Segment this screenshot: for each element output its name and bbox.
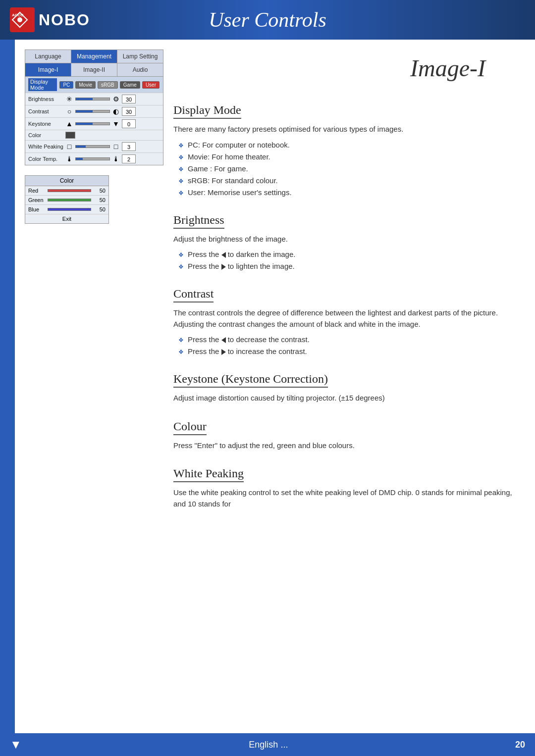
keystone-slider-area: ▲ ▼ 0 bbox=[65, 119, 160, 128]
tab-lamp-setting[interactable]: Lamp Setting bbox=[117, 50, 163, 63]
display-mode-bullets: ❖PC: For computer or notebook. ❖Movie: F… bbox=[178, 139, 515, 199]
bullet-decrease-contrast: ❖ Press the to decrease the contrast. bbox=[178, 334, 515, 346]
tab-language[interactable]: Language bbox=[25, 50, 71, 63]
exit-button[interactable]: Exit bbox=[25, 214, 108, 223]
white-peaking-slider-area: □ □ 3 bbox=[65, 142, 160, 151]
mode-game-button[interactable]: Game bbox=[120, 81, 140, 89]
mode-user-button[interactable]: User bbox=[142, 81, 160, 89]
diamond-icon: ❖ bbox=[178, 251, 184, 260]
contrast-bullets: ❖ Press the to decrease the contrast. ❖ … bbox=[178, 334, 515, 357]
diamond-icon: ❖ bbox=[178, 141, 184, 151]
color-green-row: Green 50 bbox=[25, 196, 108, 205]
keystone-slider-bar[interactable] bbox=[75, 122, 110, 125]
brightness-slider-area: ✳ ⚙ 30 bbox=[65, 95, 160, 103]
brightness-right-icon: ⚙ bbox=[112, 95, 120, 103]
brightness-bullets: ❖ Press the to darken the image. ❖ Press… bbox=[178, 249, 515, 272]
color-blue-slider[interactable] bbox=[48, 208, 91, 211]
colour-section: Colour Press "Enter" to adjust the red, … bbox=[173, 408, 515, 452]
keystone-intro: Adjust image distortion caused by tiltin… bbox=[173, 393, 515, 404]
diamond-icon: ❖ bbox=[178, 336, 184, 345]
contrast-left-icon: ○ bbox=[65, 107, 73, 115]
color-temp-left-icon: 🌡 bbox=[65, 155, 73, 163]
diamond-icon: ❖ bbox=[178, 165, 184, 174]
diamond-icon: ❖ bbox=[178, 262, 184, 272]
settings-panel: Display Mode PC Movie sRGB Game User Bri… bbox=[25, 77, 163, 165]
brand-name: NOBO bbox=[39, 11, 90, 29]
keystone-heading: Keystone (Keystone Correction) bbox=[173, 372, 328, 388]
arrow-right-icon bbox=[221, 264, 226, 270]
mode-pc-button[interactable]: PC bbox=[59, 81, 73, 89]
white-peaking-section: White Peaking Use the white peaking cont… bbox=[173, 455, 515, 509]
tab-audio[interactable]: Audio bbox=[117, 63, 163, 76]
bullet-darken: ❖ Press the to darken the image. bbox=[178, 249, 515, 260]
contrast-slider-bar[interactable] bbox=[75, 110, 110, 113]
white-peaking-right-icon: □ bbox=[112, 143, 120, 151]
bullet-game: ❖Game : For game. bbox=[178, 163, 515, 175]
display-mode-row: Display Mode PC Movie sRGB Game User bbox=[25, 77, 163, 93]
brightness-heading: Brightness bbox=[173, 213, 224, 229]
bullet-srgb: ❖sRGB: For standard colour. bbox=[178, 175, 515, 187]
color-red-label: Red bbox=[28, 188, 46, 194]
brightness-slider-bar[interactable] bbox=[75, 98, 110, 101]
display-mode-label: Display Mode bbox=[28, 78, 57, 91]
color-blue-row: Blue 50 bbox=[25, 205, 108, 214]
color-blue-label: Blue bbox=[28, 206, 46, 212]
contrast-label: Contrast bbox=[28, 108, 65, 114]
page-title: User Controls bbox=[209, 8, 326, 32]
diamond-icon: ❖ bbox=[178, 189, 184, 198]
color-red-slider[interactable] bbox=[48, 189, 91, 192]
color-red-value: 50 bbox=[93, 188, 106, 194]
color-label: Color bbox=[28, 132, 65, 138]
white-peaking-heading: White Peaking bbox=[173, 467, 244, 482]
brightness-section: Brightness Adjust the brightness of the … bbox=[173, 202, 515, 273]
color-temp-value: 2 bbox=[122, 154, 136, 163]
color-blue-value: 50 bbox=[93, 206, 106, 212]
bullet-pc: ❖PC: For computer or notebook. bbox=[178, 139, 515, 151]
svg-point-2 bbox=[17, 17, 22, 22]
display-mode-section: Display Mode There are many factory pres… bbox=[173, 92, 515, 199]
brightness-row: Brightness ✳ ⚙ 30 bbox=[25, 93, 163, 105]
contrast-right-icon: ◐ bbox=[112, 107, 120, 115]
logo-area: ACCO NOBO bbox=[10, 7, 90, 32]
left-sidebar bbox=[0, 40, 15, 756]
keystone-right-icon: ▼ bbox=[112, 120, 120, 128]
arrow-right-icon bbox=[221, 349, 226, 355]
keystone-left-icon: ▲ bbox=[65, 120, 73, 128]
tab-row-1: Language Management Lamp Setting bbox=[25, 50, 163, 63]
bullet-lighten: ❖ Press the to lighten the image. bbox=[178, 260, 515, 272]
right-content: Image-I Display Mode There are many fact… bbox=[173, 50, 515, 513]
color-temp-slider-bar[interactable] bbox=[75, 157, 110, 160]
mode-movie-button[interactable]: Movie bbox=[75, 81, 96, 89]
color-panel-header: Color bbox=[25, 176, 108, 186]
keystone-value: 0 bbox=[122, 119, 136, 128]
bullet-user: ❖User: Memorise user's settings. bbox=[178, 187, 515, 199]
bottom-bar: ▼ English ... 20 bbox=[0, 733, 535, 756]
color-temp-slider-area: 🌡 🌡 2 bbox=[65, 154, 160, 163]
color-temp-right-icon: 🌡 bbox=[112, 155, 120, 163]
tab-image-i[interactable]: Image-I bbox=[25, 63, 71, 76]
color-temp-row: Color Temp. 🌡 🌡 2 bbox=[25, 153, 163, 165]
tab-management[interactable]: Management bbox=[71, 50, 117, 63]
white-peaking-left-icon: □ bbox=[65, 143, 73, 151]
bullet-movie: ❖Movie: For home theater. bbox=[178, 151, 515, 163]
color-green-value: 50 bbox=[93, 197, 106, 203]
keystone-label: Keystone bbox=[28, 121, 65, 127]
color-green-slider[interactable] bbox=[48, 199, 91, 202]
white-peaking-intro: Use the white peaking control to set the… bbox=[173, 487, 515, 509]
language-display: English ... bbox=[249, 740, 288, 750]
tab-image-ii[interactable]: Image-II bbox=[71, 63, 117, 76]
page-header: ACCO NOBO User Controls bbox=[0, 0, 535, 40]
white-peaking-row: White Peaking □ □ 3 bbox=[25, 141, 163, 153]
mode-srgb-button[interactable]: sRGB bbox=[98, 81, 118, 89]
contrast-intro: The contrast controls the degree of diff… bbox=[173, 307, 515, 330]
color-row: Color bbox=[25, 130, 163, 141]
white-peaking-slider-bar[interactable] bbox=[75, 145, 110, 148]
contrast-slider-area: ○ ◐ 30 bbox=[65, 107, 160, 116]
main-content: Language Management Lamp Setting Image-I… bbox=[15, 40, 535, 533]
scroll-down-icon[interactable]: ▼ bbox=[10, 738, 22, 752]
display-mode-intro: There are many factory presets optimised… bbox=[173, 124, 515, 135]
white-peaking-label: White Peaking bbox=[28, 144, 65, 150]
color-panel: Color Red 50 Green 50 Blue 50 Exit bbox=[25, 175, 109, 224]
brightness-label: Brightness bbox=[28, 96, 65, 102]
image-i-label: Image-I bbox=[173, 54, 485, 82]
